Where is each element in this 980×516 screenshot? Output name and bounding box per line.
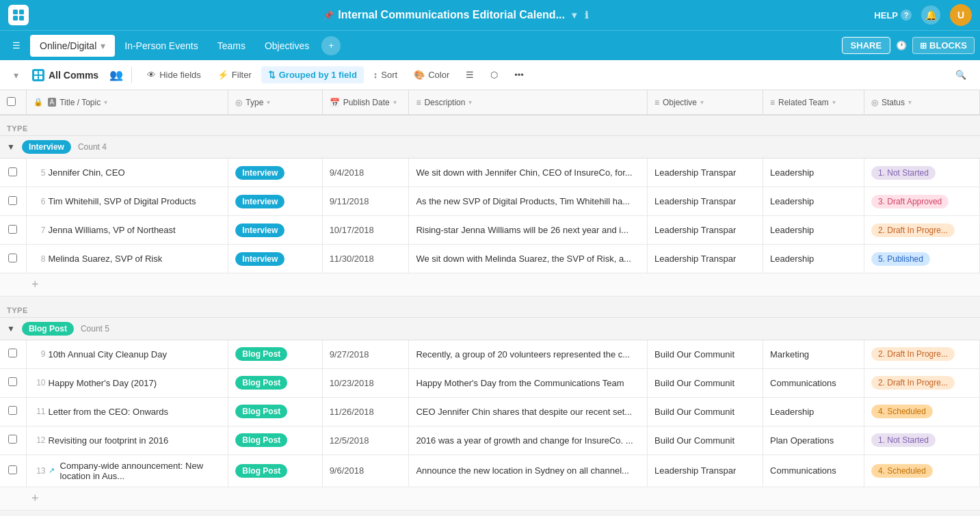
group-title-blogpost[interactable]: ▼ Blog Post Count 5	[0, 317, 980, 340]
table-row[interactable]: 6 Tim Whitehill, SVP of Digital Products…	[0, 187, 980, 216]
row-title-13[interactable]: 13 ↗ Company-wide announcement: New loca…	[26, 454, 228, 487]
group-count-interview: Count 4	[78, 142, 107, 152]
tab-objectives[interactable]: Objectives	[255, 35, 319, 57]
row-checkbox-cell-11[interactable]	[0, 397, 26, 426]
sort-button[interactable]: ↕ Sort	[367, 66, 404, 83]
table-row[interactable]: 5 Jennifer Chin, CEO Interview 9/4/2018 …	[0, 159, 980, 187]
table-row[interactable]: 13 ↗ Company-wide announcement: New loca…	[0, 454, 980, 487]
collaborators-icon[interactable]: 👥	[109, 68, 123, 81]
table-row[interactable]: 8 Melinda Suarez, SVP of Risk Interview …	[0, 245, 980, 273]
row-team-13: Communications	[763, 454, 864, 487]
row-checkbox-cell-9[interactable]	[0, 340, 26, 368]
table-row[interactable]: 9 10th Annual City Cleanup Day Blog Post…	[0, 340, 980, 368]
sort-arrow-status-icon: ▾	[908, 98, 912, 106]
history-button[interactable]: 🕐	[896, 40, 907, 51]
col-header-publish-date[interactable]: 📅 Publish Date ▾	[322, 90, 409, 115]
user-avatar[interactable]: U	[950, 4, 972, 26]
tab-online-digital[interactable]: Online/Digital ▾	[30, 35, 115, 57]
filter-button[interactable]: ⚡ Filter	[211, 66, 259, 83]
row-checkbox-cell-6[interactable]	[0, 187, 26, 216]
row-title-9[interactable]: 9 10th Annual City Cleanup Day	[26, 340, 228, 368]
row-status-5: 1. Not Started	[864, 159, 979, 187]
view-expand-button[interactable]: ▾	[8, 67, 24, 83]
row-checkbox-13[interactable]	[8, 465, 17, 474]
row-checkbox-cell-12[interactable]	[0, 426, 26, 454]
group-collapse-interview[interactable]: ▼	[7, 142, 15, 152]
row-objective-6: Leadership Transpar	[648, 187, 763, 216]
row-checkbox-8[interactable]	[8, 254, 17, 262]
list-view-button[interactable]: ☰	[459, 66, 481, 83]
expand-row-icon[interactable]: ↗	[49, 466, 55, 475]
row-checkbox-cell-8[interactable]	[0, 245, 26, 273]
row-checkbox-11[interactable]	[8, 406, 17, 415]
row-checkbox-10[interactable]	[8, 377, 17, 386]
row-title-text-7: Jenna Williams, VP of Northeast	[49, 225, 176, 235]
row-title-text-11: Letter from the CEO: Onwards	[49, 407, 169, 417]
table-row[interactable]: 7 Jenna Williams, VP of Northeast Interv…	[0, 216, 980, 245]
search-button[interactable]: 🔍	[950, 64, 972, 86]
blocks-button[interactable]: ⊞ BLOCKS	[912, 37, 975, 54]
row-checkbox-5[interactable]	[8, 167, 17, 176]
eye-icon: 👁	[147, 70, 156, 80]
sort-icon: ↕	[373, 70, 378, 80]
add-row-interview[interactable]: +	[0, 273, 980, 297]
row-checkbox-cell-7[interactable]	[0, 216, 26, 245]
col-header-status[interactable]: ◎ Status ▾	[864, 90, 979, 115]
row-title-10[interactable]: 10 Happy Mother's Day (2017)	[26, 368, 228, 397]
select-all-checkbox[interactable]	[7, 97, 16, 106]
hamburger-button[interactable]: ☰	[5, 35, 27, 57]
row-title-11[interactable]: 11 Letter from the CEO: Onwards	[26, 397, 228, 426]
more-options-button[interactable]: •••	[507, 66, 531, 83]
row-checkbox-12[interactable]	[8, 435, 17, 444]
row-checkbox-cell-10[interactable]	[0, 368, 26, 397]
row-checkbox-cell-5[interactable]	[0, 159, 26, 187]
col-header-description[interactable]: ≡ Description ▾	[409, 90, 648, 115]
select-all-checkbox-header[interactable]	[0, 90, 26, 115]
top-bar-right: HELP ? 🔔 U	[874, 4, 972, 26]
row-number-9: 9	[34, 349, 46, 359]
col-header-type[interactable]: ◎ Type ▾	[228, 90, 322, 115]
row-title-12[interactable]: 12 Revisiting our footprint in 2016	[26, 426, 228, 454]
row-desc-7: Rising-star Jenna Williams will be 26 ne…	[409, 216, 648, 245]
app-logo[interactable]	[8, 5, 29, 25]
col-header-objective[interactable]: ≡ Objective ▾	[648, 90, 763, 115]
color-button[interactable]: 🎨 Color	[407, 66, 456, 83]
group-title-interview[interactable]: ▼ Interview Count 4	[0, 136, 980, 159]
export-button[interactable]: ⬡	[484, 66, 505, 83]
add-row-button-blogpost[interactable]: +	[0, 487, 980, 510]
group-button[interactable]: ⇅ Grouped by 1 field	[261, 66, 364, 83]
status-badge-12: 1. Not Started	[871, 433, 936, 447]
row-checkbox-6[interactable]	[8, 196, 17, 205]
sort-arrow-obj-icon: ▾	[700, 98, 704, 106]
hide-fields-button[interactable]: 👁 Hide fields	[140, 66, 208, 83]
col-header-title[interactable]: 🔒 A Title / Topic ▾	[26, 90, 228, 115]
add-row-button-interview[interactable]: +	[0, 273, 980, 297]
row-checkbox-9[interactable]	[8, 349, 17, 357]
row-title-7[interactable]: 7 Jenna Williams, VP of Northeast	[26, 216, 228, 245]
table-row[interactable]: 12 Revisiting our footprint in 2016 Blog…	[0, 426, 980, 454]
tab-in-person-events[interactable]: In-Person Events	[115, 35, 207, 57]
more-icon: •••	[514, 70, 524, 80]
row-checkbox-7[interactable]	[8, 225, 17, 234]
notifications-button[interactable]: 🔔	[921, 5, 940, 25]
share-button[interactable]: SHARE	[842, 37, 891, 54]
table-row[interactable]: 10 Happy Mother's Day (2017) Blog Post 1…	[0, 368, 980, 397]
view-selector[interactable]: All Comms	[27, 66, 104, 84]
group-collapse-blogpost[interactable]: ▼	[7, 324, 15, 334]
info-icon[interactable]: ℹ	[585, 10, 588, 21]
row-title-8[interactable]: 8 Melinda Suarez, SVP of Risk	[26, 245, 228, 273]
grid-body: TYPE ▼ Interview Count 4 5 Jennifer Chin…	[0, 115, 980, 516]
add-tab-button[interactable]: +	[321, 36, 341, 55]
col-header-related-team[interactable]: ≡ Related Team ▾	[763, 90, 864, 115]
row-checkbox-cell-13[interactable]	[0, 454, 26, 487]
help-button[interactable]: HELP ?	[874, 10, 912, 21]
row-title-6[interactable]: 6 Tim Whitehill, SVP of Digital Products	[26, 187, 228, 216]
type-badge-7: Interview	[235, 223, 284, 237]
tab-teams[interactable]: Teams	[208, 35, 255, 57]
row-title-5[interactable]: 5 Jennifer Chin, CEO	[26, 159, 228, 187]
table-row[interactable]: 11 Letter from the CEO: Onwards Blog Pos…	[0, 397, 980, 426]
row-date-10: 10/23/2018	[322, 368, 409, 397]
add-row-blogpost[interactable]: +	[0, 487, 980, 510]
svg-rect-0	[13, 10, 18, 14]
type-badge-5: Interview	[235, 166, 284, 180]
